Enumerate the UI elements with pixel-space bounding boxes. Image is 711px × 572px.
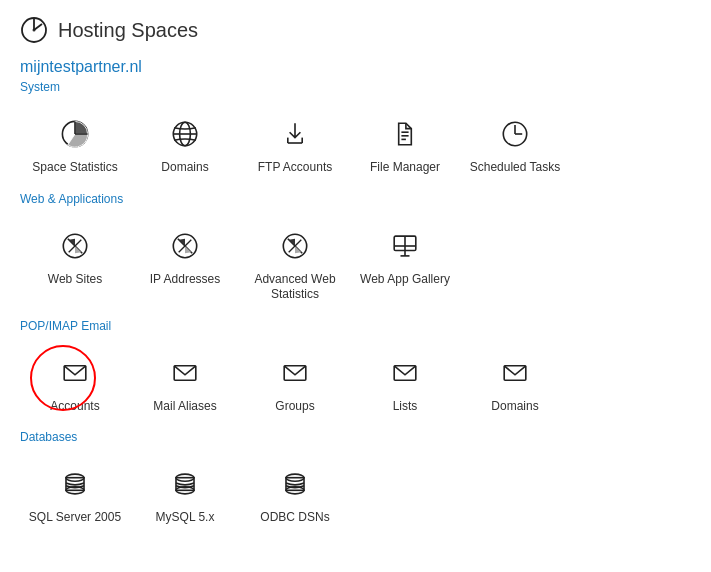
icon-label-ftp-accounts: FTP Accounts (258, 160, 332, 176)
svg-marker-21 (69, 238, 75, 245)
icon-item-groups[interactable]: Groups (240, 341, 350, 427)
globe-icon (165, 114, 205, 154)
icon-item-scheduled-tasks[interactable]: Scheduled Tasks (460, 102, 570, 188)
svg-line-3 (34, 24, 42, 30)
icon-item-email-domains[interactable]: Domains (460, 341, 570, 427)
svg-marker-32 (295, 246, 301, 253)
icon-grid: Space StatisticsDomainsFTP AccountsFile … (20, 102, 691, 188)
monitor-icon (385, 226, 425, 266)
icon-label-ip-addresses: IP Addresses (150, 272, 221, 288)
icon-label-mail-aliases: Mail Aliases (153, 399, 216, 415)
section-label-databases: Databases (20, 430, 691, 444)
icon-label-web-sites: Web Sites (48, 272, 102, 288)
page-header: Hosting Spaces (20, 16, 691, 44)
icon-label-domains: Domains (161, 160, 208, 176)
db-icon (275, 464, 315, 504)
icon-item-advanced-web-stats[interactable]: Advanced Web Statistics (240, 214, 350, 315)
pie-icon (55, 114, 95, 154)
icon-item-mysql[interactable]: MySQL 5.x (130, 452, 240, 538)
icon-label-odbc-dsns: ODBC DSNs (260, 510, 329, 526)
icon-item-file-manager[interactable]: File Manager (350, 102, 460, 188)
svg-marker-31 (289, 238, 295, 245)
compass3-icon (275, 226, 315, 266)
icon-item-ip-addresses[interactable]: IP Addresses (130, 214, 240, 315)
icon-label-scheduled-tasks: Scheduled Tasks (470, 160, 561, 176)
mail-icon (275, 353, 315, 393)
clock-icon (495, 114, 535, 154)
mail-icon (495, 353, 535, 393)
icon-item-space-statistics[interactable]: Space Statistics (20, 102, 130, 188)
icon-item-odbc-dsns[interactable]: ODBC DSNs (240, 452, 350, 538)
icon-item-web-app-gallery[interactable]: Web App Gallery (350, 214, 460, 315)
file-icon (385, 114, 425, 154)
compass2-icon (165, 226, 205, 266)
download-icon (275, 114, 315, 154)
hosting-icon (20, 16, 48, 44)
section-label-system: System (20, 80, 691, 94)
icon-item-lists[interactable]: Lists (350, 341, 460, 427)
icon-item-domains[interactable]: Domains (130, 102, 240, 188)
icon-label-email-domains: Domains (491, 399, 538, 415)
icon-item-mail-aliases[interactable]: Mail Aliases (130, 341, 240, 427)
icon-label-advanced-web-stats: Advanced Web Statistics (248, 272, 342, 303)
db-icon (165, 464, 205, 504)
icon-label-groups: Groups (275, 399, 314, 415)
svg-marker-27 (185, 246, 191, 253)
icon-label-space-statistics: Space Statistics (32, 160, 117, 176)
mail-icon (55, 353, 95, 393)
icon-label-accounts: Accounts (50, 399, 99, 415)
icon-label-mysql: MySQL 5.x (156, 510, 215, 526)
section-label-web-applications: Web & Applications (20, 192, 691, 206)
icon-grid: SQL Server 2005MySQL 5.xODBC DSNs (20, 452, 691, 538)
icon-label-web-app-gallery: Web App Gallery (360, 272, 450, 288)
icon-label-file-manager: File Manager (370, 160, 440, 176)
icon-grid: Web SitesIP AddressesAdvanced Web Statis… (20, 214, 691, 315)
icon-item-ftp-accounts[interactable]: FTP Accounts (240, 102, 350, 188)
icon-label-sql-server: SQL Server 2005 (29, 510, 121, 526)
icon-grid: AccountsMail AliasesGroupsListsDomains (20, 341, 691, 427)
icon-item-accounts[interactable]: Accounts (20, 341, 130, 427)
db-icon (55, 464, 95, 504)
icon-item-sql-server[interactable]: SQL Server 2005 (20, 452, 130, 538)
section-label-pop-imap-email: POP/IMAP Email (20, 319, 691, 333)
mail-icon (385, 353, 425, 393)
compass-icon (55, 226, 95, 266)
mail-icon (165, 353, 205, 393)
icon-item-web-sites[interactable]: Web Sites (20, 214, 130, 315)
svg-marker-26 (179, 238, 185, 245)
page-title: Hosting Spaces (58, 19, 198, 42)
icon-label-lists: Lists (393, 399, 418, 415)
site-link[interactable]: mijntestpartner.nl (20, 58, 691, 76)
svg-marker-22 (75, 246, 81, 253)
